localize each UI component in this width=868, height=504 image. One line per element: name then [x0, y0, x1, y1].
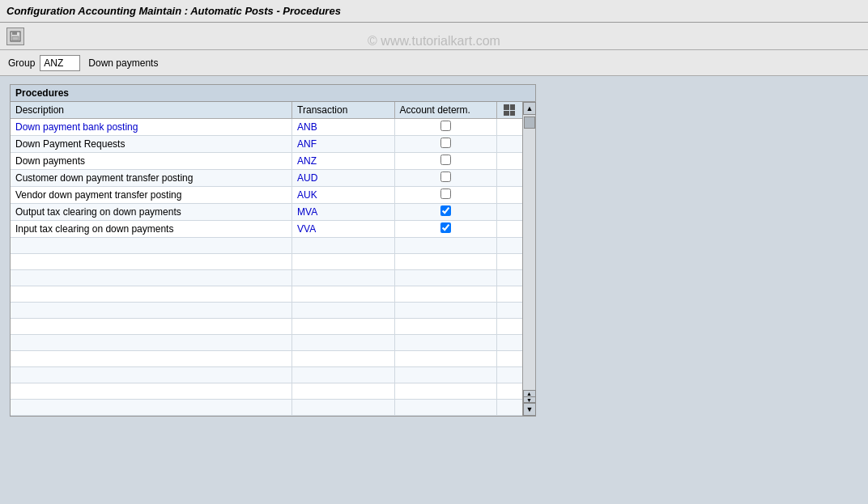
empty-cell [496, 187, 522, 204]
account-cell[interactable] [394, 286, 496, 303]
group-description: Down payments [88, 57, 158, 69]
svg-rect-2 [12, 36, 19, 40]
empty-cell [496, 351, 522, 367]
toolbar [0, 23, 868, 50]
transaction-cell [292, 303, 394, 319]
scroll-down-btn[interactable]: ▼ [523, 403, 536, 416]
transaction-cell[interactable]: MVA [292, 204, 394, 221]
transaction-cell [292, 286, 394, 303]
account-cell[interactable] [394, 367, 496, 383]
description-cell [11, 383, 292, 400]
account-checkbox[interactable] [440, 205, 451, 216]
empty-cell [496, 367, 522, 383]
account-cell[interactable] [394, 400, 496, 416]
table-row [11, 367, 522, 383]
account-checkbox[interactable] [440, 188, 451, 199]
scroll-thumb[interactable] [524, 116, 535, 129]
empty-cell [496, 204, 522, 221]
save-icon[interactable] [6, 28, 24, 45]
table-row [11, 286, 522, 303]
description-cell: Input tax clearing on down payments [11, 221, 292, 238]
table-row [11, 400, 522, 416]
group-input[interactable] [40, 55, 80, 71]
table-row [11, 383, 522, 400]
account-checkbox[interactable] [440, 155, 451, 165]
account-checkbox[interactable] [440, 172, 451, 182]
table-row: Vendor down payment transfer postingAUK [11, 187, 522, 204]
empty-cell [496, 136, 522, 153]
transaction-cell[interactable]: ANB [292, 119, 394, 136]
transaction-cell [292, 254, 394, 270]
table-row [11, 319, 522, 335]
transaction-cell[interactable]: VVA [292, 221, 394, 238]
transaction-cell [292, 335, 394, 351]
col-account: Account determ. [394, 102, 496, 119]
col-options[interactable] [496, 102, 522, 119]
description-cell: Customer down payment transfer posting [11, 170, 292, 187]
scroll-split[interactable]: ▲ ▼ [523, 390, 536, 403]
empty-cell [496, 254, 522, 270]
description-cell[interactable]: Down payment bank posting [11, 119, 292, 136]
procedures-panel: Procedures Description Transaction Accou… [10, 84, 536, 417]
table-row: Down paymentsANZ [11, 153, 522, 170]
description-cell: Vendor down payment transfer posting [11, 187, 292, 204]
transaction-cell[interactable]: ANZ [292, 153, 394, 170]
description-cell [11, 238, 292, 254]
account-cell[interactable] [394, 170, 496, 187]
vertical-scrollbar[interactable]: ▲ ▲ ▼ ▼ [522, 102, 535, 416]
table-row: Down payment bank postingANB [11, 119, 522, 136]
table-row: Output tax clearing on down paymentsMVA [11, 204, 522, 221]
transaction-cell [292, 270, 394, 286]
account-checkbox[interactable] [440, 121, 451, 131]
empty-cell [496, 383, 522, 400]
transaction-cell[interactable]: AUK [292, 187, 394, 204]
empty-cell [496, 303, 522, 319]
table-row [11, 254, 522, 270]
empty-cell [496, 119, 522, 136]
group-bar: Group Down payments [0, 50, 868, 76]
table-row: Input tax clearing on down paymentsVVA [11, 221, 522, 238]
description-cell [11, 319, 292, 335]
account-cell[interactable] [394, 136, 496, 153]
empty-cell [496, 335, 522, 351]
empty-cell [496, 319, 522, 335]
col-description: Description [11, 102, 292, 119]
empty-cell [496, 286, 522, 303]
account-cell[interactable] [394, 238, 496, 254]
description-cell [11, 254, 292, 270]
account-cell[interactable] [394, 319, 496, 335]
account-cell[interactable] [394, 187, 496, 204]
description-cell [11, 400, 292, 416]
account-cell[interactable] [394, 119, 496, 136]
empty-cell [496, 238, 522, 254]
account-checkbox[interactable] [440, 222, 451, 233]
table-row [11, 270, 522, 286]
empty-cell [496, 170, 522, 187]
transaction-cell[interactable]: ANF [292, 136, 394, 153]
account-cell[interactable] [394, 270, 496, 286]
account-cell[interactable] [394, 383, 496, 400]
table-row: Customer down payment transfer postingAU… [11, 170, 522, 187]
transaction-cell [292, 383, 394, 400]
account-cell[interactable] [394, 221, 496, 238]
description-cell [11, 335, 292, 351]
table-row [11, 238, 522, 254]
account-cell[interactable] [394, 254, 496, 270]
account-cell[interactable] [394, 204, 496, 221]
description-cell [11, 286, 292, 303]
account-cell[interactable] [394, 303, 496, 319]
table-row [11, 335, 522, 351]
account-checkbox[interactable] [440, 138, 451, 148]
title-bar: Configuration Accounting Maintain : Auto… [0, 0, 868, 23]
group-label: Group [8, 57, 35, 69]
transaction-cell [292, 238, 394, 254]
scroll-up-btn[interactable]: ▲ [523, 102, 536, 115]
empty-cell [496, 270, 522, 286]
empty-cell [496, 153, 522, 170]
svg-rect-1 [12, 32, 17, 35]
account-cell[interactable] [394, 351, 496, 367]
account-cell[interactable] [394, 335, 496, 351]
transaction-cell[interactable]: AUD [292, 170, 394, 187]
transaction-cell [292, 351, 394, 367]
account-cell[interactable] [394, 153, 496, 170]
